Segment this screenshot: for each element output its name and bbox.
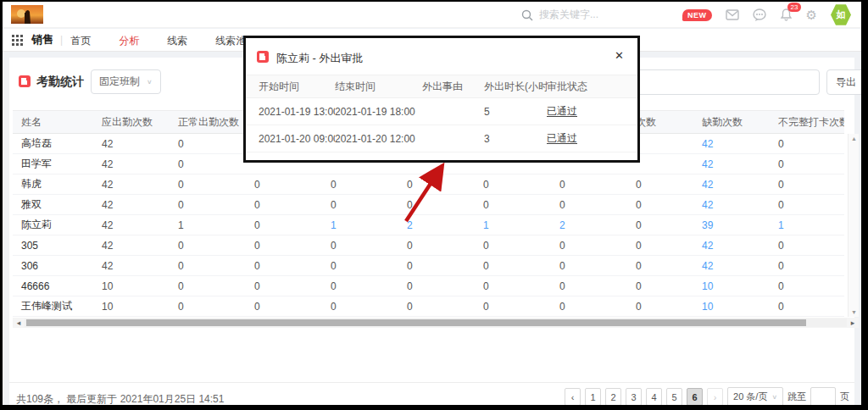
modal-header: 陈立莉 - 外出审批 ✕ — [246, 38, 637, 75]
count-cell: 0 — [246, 301, 322, 313]
count-link[interactable]: 2 — [551, 219, 627, 231]
count-cell: 0 — [770, 280, 844, 292]
search-icon — [521, 9, 533, 21]
outing-approval-modal: 陈立莉 - 外出审批 ✕ 开始时间结束时间外出事由外出时长(小时)审批状态 20… — [243, 36, 640, 163]
count-cell: 0 — [627, 199, 693, 211]
modal-cell: 2021-01-20 09:00 — [246, 133, 335, 145]
user-avatar[interactable]: 如 — [831, 4, 851, 26]
count-link[interactable]: 42 — [693, 179, 770, 191]
count-cell: 0 — [398, 301, 475, 313]
scroll-up-icon[interactable]: ▲ — [851, 136, 857, 141]
notifications-bell[interactable]: 23 — [780, 8, 793, 21]
count-cell: 0 — [770, 301, 844, 313]
shift-select-value: 固定班制 — [99, 75, 140, 89]
jump-page-input[interactable] — [810, 387, 836, 407]
scroll-down-icon[interactable]: ▼ — [851, 309, 857, 315]
attendance-module-icon — [19, 75, 31, 87]
count-link[interactable]: 1 — [475, 219, 551, 231]
nav-item-0[interactable]: 首页 — [70, 35, 91, 47]
employee-name: 305 — [13, 240, 93, 252]
close-icon[interactable]: ✕ — [615, 49, 624, 62]
nav-item-1[interactable]: 分析 — [119, 35, 139, 47]
horizontal-scroll-track[interactable] — [25, 319, 847, 327]
count-cell: 0 — [551, 280, 627, 292]
chat-icon[interactable] — [753, 8, 766, 21]
count-link[interactable]: 10 — [693, 280, 770, 292]
company-logo[interactable] — [11, 5, 43, 24]
employee-name: 46666 — [13, 280, 93, 292]
count-cell: 0 — [170, 199, 246, 211]
count-cell: 0 — [398, 179, 475, 191]
count-cell: 10 — [93, 301, 170, 313]
count-link[interactable]: 42 — [693, 138, 770, 150]
count-link[interactable]: 1 — [770, 219, 844, 231]
page-button-5[interactable]: 5 — [666, 388, 682, 406]
horizontal-scrollbar[interactable]: ◂ ▸ — [13, 318, 859, 328]
global-search[interactable]: 搜索关键字... — [521, 2, 598, 28]
count-cell: 0 — [770, 179, 844, 191]
table-row: 305420000000420 — [13, 235, 844, 256]
footer-divider — [9, 382, 854, 383]
page-button-4[interactable]: 4 — [646, 388, 662, 406]
page-button-2[interactable]: 2 — [605, 388, 621, 406]
search-placeholder: 搜索关键字... — [539, 8, 598, 22]
count-link[interactable]: 42 — [693, 240, 770, 252]
count-cell: 0 — [398, 240, 475, 252]
count-link[interactable]: 42 — [693, 199, 770, 211]
nav-app-label[interactable]: 销售 — [31, 32, 53, 47]
count-cell: 0 — [398, 280, 475, 292]
mail-icon[interactable] — [726, 9, 739, 20]
horizontal-scroll-thumb[interactable] — [26, 319, 806, 326]
scroll-right-icon[interactable]: ▸ — [847, 319, 859, 327]
modal-table-row: 2021-01-20 09:002021-01-20 12:003已通过 — [246, 125, 637, 152]
count-link[interactable]: 39 — [693, 219, 770, 231]
page-size-select[interactable]: 20 条/页 ∨ — [727, 387, 783, 407]
count-cell: 42 — [93, 138, 170, 150]
next-page-button[interactable]: › — [707, 388, 723, 406]
count-cell: 0 — [475, 301, 551, 313]
nav-item-2[interactable]: 线索 — [167, 35, 187, 47]
new-badge[interactable]: NEW — [682, 9, 712, 21]
vertical-scrollbar[interactable]: ▲ ▼ — [848, 134, 859, 317]
modal-title: 陈立莉 - 外出审批 — [276, 51, 364, 66]
nav-item-3[interactable]: 线索池 — [215, 35, 246, 47]
page-button-1[interactable]: 1 — [585, 388, 601, 406]
shift-type-select[interactable]: 固定班制 ∨ — [91, 69, 161, 94]
modal-column-header: 外出事由 — [422, 80, 479, 94]
approval-status[interactable]: 已通过 — [547, 131, 623, 146]
approval-doc-icon — [257, 51, 269, 63]
column-header: 正常出勤次数 — [170, 115, 246, 130]
count-cell: 0 — [246, 260, 322, 272]
count-cell: 0 — [322, 240, 398, 252]
approval-status[interactable]: 已通过 — [547, 104, 623, 119]
notification-count-badge: 23 — [787, 3, 802, 12]
modal-cell: 2021-01-20 12:00 — [335, 133, 422, 145]
page-button-3[interactable]: 3 — [626, 388, 642, 406]
scroll-left-icon[interactable]: ◂ — [13, 319, 25, 327]
count-cell: 0 — [398, 260, 475, 272]
modal-cell: 5 — [479, 106, 547, 118]
count-cell: 0 — [770, 260, 844, 272]
table-row: 306420000000420 — [13, 256, 844, 276]
count-link[interactable]: 42 — [693, 260, 770, 272]
count-link[interactable]: 2 — [398, 219, 475, 231]
count-link[interactable]: 42 — [693, 158, 770, 170]
count-cell: 0 — [627, 260, 693, 272]
chevron-down-icon: ∨ — [771, 394, 777, 401]
prev-page-button[interactable]: ‹ — [565, 388, 581, 406]
count-cell: 0 — [475, 179, 551, 191]
table-row: 王伟峰测试100000000100 — [13, 296, 844, 317]
count-cell: 0 — [398, 199, 475, 211]
count-cell: 0 — [627, 280, 693, 292]
page-button-6[interactable]: 6 — [687, 388, 703, 406]
count-cell: 0 — [170, 260, 246, 272]
export-button[interactable]: 导出 — [826, 69, 865, 95]
count-link[interactable]: 10 — [693, 301, 770, 313]
apps-grid-icon[interactable] — [12, 35, 23, 46]
count-link[interactable]: 1 — [322, 219, 398, 231]
count-cell: 0 — [170, 179, 246, 191]
employee-name: 雅双 — [13, 197, 93, 212]
count-cell: 0 — [475, 260, 551, 272]
count-cell: 0 — [551, 260, 627, 272]
settings-gear-icon[interactable]: ⚙ — [806, 8, 817, 21]
